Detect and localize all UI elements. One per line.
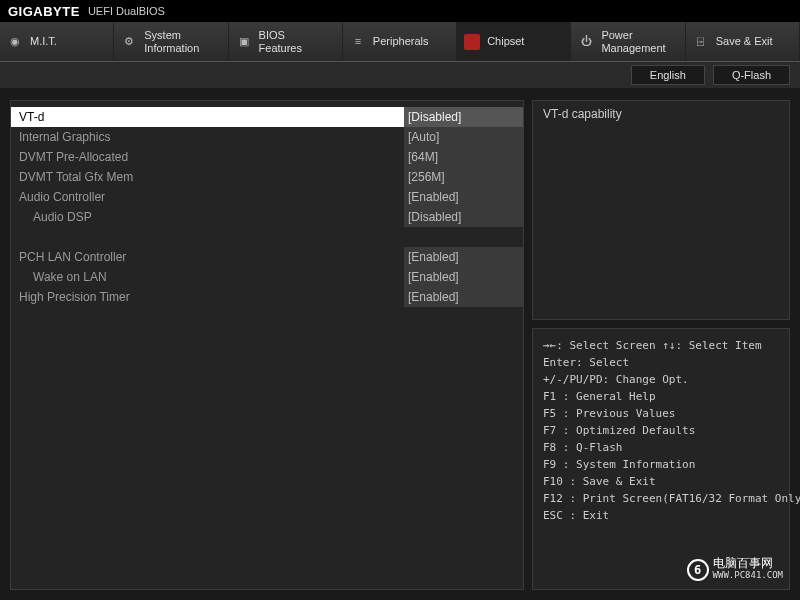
setting-row-pch-lan-controller[interactable]: PCH LAN Controller[Enabled] [11,247,523,267]
help-line: ESC : Exit [543,507,779,524]
spacer [11,227,523,247]
tab-label: Chipset [487,35,524,47]
main-tabs: ◉M.I.T.⚙System Information▣BIOS Features… [0,22,800,62]
tab-m-i-t-[interactable]: ◉M.I.T. [0,22,114,61]
tab-peripherals[interactable]: ≡Peripherals [343,22,457,61]
chip-icon: ▣ [235,33,253,51]
setting-value[interactable]: [Enabled] [404,267,523,287]
tab-label: System Information [144,29,199,53]
setting-label: VT-d [19,110,404,124]
setting-row-high-precision-timer[interactable]: High Precision Timer[Enabled] [11,287,523,307]
help-line: Enter: Select [543,354,779,371]
help-line: F7 : Optimized Defaults [543,422,779,439]
help-line: F12 : Print Screen(FAT16/32 Format Only) [543,490,779,507]
toolbar: English Q-Flash [0,62,800,88]
setting-value[interactable]: [Enabled] [404,287,523,307]
setting-row-dvmt-pre-allocated[interactable]: DVMT Pre-Allocated[64M] [11,147,523,167]
watermark-title: 电脑百事网 [713,557,783,569]
square-icon [463,33,481,51]
main-area: VT-d[Disabled]Internal Graphics[Auto]DVM… [0,88,800,600]
setting-value[interactable]: [256M] [404,167,523,187]
tab-save-exit[interactable]: ⍈Save & Exit [686,22,800,61]
sliders-icon: ≡ [349,33,367,51]
tab-bios-features[interactable]: ▣BIOS Features [229,22,343,61]
help-line: F8 : Q-Flash [543,439,779,456]
setting-label: Wake on LAN [19,270,404,284]
tab-label: Power Management [601,29,665,53]
power-icon: ⏻ [577,33,595,51]
setting-value[interactable]: [64M] [404,147,523,167]
tab-label: BIOS Features [259,29,302,53]
setting-label: Audio Controller [19,190,404,204]
setting-label: DVMT Total Gfx Mem [19,170,404,184]
help-box: →←: Select Screen ↑↓: Select ItemEnter: … [532,328,790,590]
tab-chipset[interactable]: Chipset [457,22,571,61]
setting-value[interactable]: [Enabled] [404,187,523,207]
setting-value[interactable]: [Disabled] [404,207,523,227]
title-bar: GIGABYTE UEFI DualBIOS [0,0,800,22]
watermark-url: WWW.PC841.COM [713,569,783,583]
tab-label: Save & Exit [716,35,773,47]
setting-label: High Precision Timer [19,290,404,304]
setting-value[interactable]: [Auto] [404,127,523,147]
watermark-icon: 6 [687,559,709,581]
help-line: F1 : General Help [543,388,779,405]
setting-row-audio-dsp[interactable]: Audio DSP[Disabled] [11,207,523,227]
gear-icon: ⚙ [120,33,138,51]
description-box: VT-d capability [532,100,790,320]
setting-value[interactable]: [Enabled] [404,247,523,267]
dial-icon: ◉ [6,33,24,51]
setting-label: DVMT Pre-Allocated [19,150,404,164]
tab-label: M.I.T. [30,35,57,47]
setting-row-wake-on-lan[interactable]: Wake on LAN[Enabled] [11,267,523,287]
setting-value[interactable]: [Disabled] [404,107,523,127]
help-line: F5 : Previous Values [543,405,779,422]
setting-row-audio-controller[interactable]: Audio Controller[Enabled] [11,187,523,207]
brand-logo: GIGABYTE [8,4,80,19]
help-line: +/-/PU/PD: Change Opt. [543,371,779,388]
exit-icon: ⍈ [692,33,710,51]
help-line: →←: Select Screen ↑↓: Select Item [543,337,779,354]
setting-label: Internal Graphics [19,130,404,144]
tab-system-information[interactable]: ⚙System Information [114,22,228,61]
tab-label: Peripherals [373,35,429,47]
help-line: F9 : System Information [543,456,779,473]
setting-label: PCH LAN Controller [19,250,404,264]
bios-subtitle: UEFI DualBIOS [88,5,165,17]
setting-row-internal-graphics[interactable]: Internal Graphics[Auto] [11,127,523,147]
setting-row-vt-d[interactable]: VT-d[Disabled] [11,107,523,127]
setting-row-dvmt-total-gfx-mem[interactable]: DVMT Total Gfx Mem[256M] [11,167,523,187]
side-panel: VT-d capability →←: Select Screen ↑↓: Se… [532,100,790,590]
language-button[interactable]: English [631,65,705,85]
setting-label: Audio DSP [19,210,404,224]
settings-panel: VT-d[Disabled]Internal Graphics[Auto]DVM… [10,100,524,590]
tab-power-management[interactable]: ⏻Power Management [571,22,685,61]
watermark: 6 电脑百事网 WWW.PC841.COM [687,557,783,583]
qflash-button[interactable]: Q-Flash [713,65,790,85]
help-line: F10 : Save & Exit [543,473,779,490]
